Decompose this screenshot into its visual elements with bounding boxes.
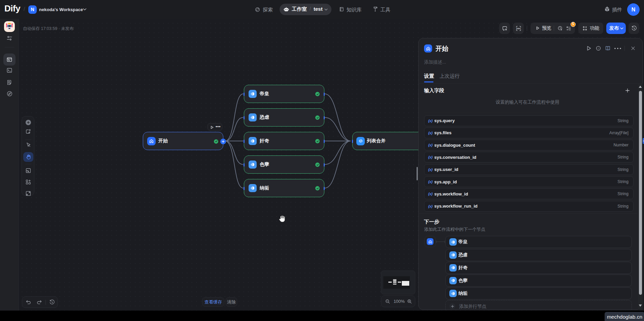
svg-text:ENV: ENV: [516, 27, 520, 29]
